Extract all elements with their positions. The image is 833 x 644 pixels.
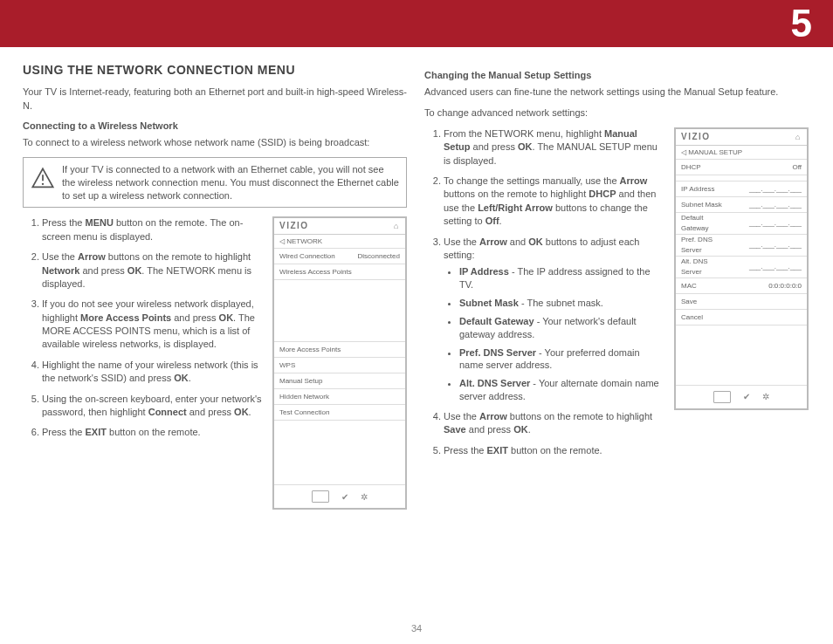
label: Wireless Access Points: [279, 264, 352, 279]
t: Use the: [444, 411, 479, 421]
shot2-row-adns: Alt. DNSServer___.___.___.___: [676, 257, 807, 278]
b: Save: [444, 424, 466, 435]
value: ___.___.___.___: [749, 262, 802, 272]
home-icon: ⌂: [795, 129, 802, 145]
t: and press: [471, 141, 518, 152]
note-text: If your TV is connected to a network wit…: [62, 164, 399, 201]
l2: Server: [681, 268, 702, 276]
l1: Default: [681, 214, 703, 222]
label: IP Address: [681, 182, 715, 196]
t: .: [528, 424, 531, 435]
header-band: 5: [0, 0, 833, 47]
shot2-row-ip: IP Address___.___.___.___: [676, 182, 807, 197]
label: More Access Points: [279, 342, 341, 357]
gear-icon: ✲: [361, 492, 368, 502]
label: Pref. DNSServer: [681, 235, 713, 256]
page-number: 34: [0, 623, 833, 634]
section-title: USING THE NETWORK CONNECTION MENU: [23, 63, 407, 77]
l1: Alt. DNS: [681, 257, 708, 265]
label: Subnet Mask: [681, 197, 722, 212]
shot1-row-hidden: Hidden Network: [274, 389, 405, 405]
wide-icon: [713, 391, 731, 403]
b: OK: [513, 424, 528, 435]
shot1-header: VIZIO ⌂: [274, 218, 405, 235]
t: buttons on the remote to highlight: [444, 188, 589, 199]
shot2-divider: [676, 175, 807, 182]
chevron-down-icon: ✔: [743, 392, 750, 401]
label: WPS: [279, 358, 295, 373]
label: Cancel: [681, 310, 703, 325]
b: Left/Right Arrow: [478, 202, 553, 213]
shot1-crumb-text: NETWORK: [286, 237, 322, 245]
t: buttons on the remote to highlight: [507, 411, 652, 421]
shot2-crumb: ◁ MANUAL SETUP: [676, 146, 807, 160]
warning-icon: [31, 167, 55, 191]
shot1-brand: VIZIO: [279, 218, 309, 234]
rstep-5: Press the EXIT button on the remote.: [444, 444, 809, 457]
shot1-row-wired: Wired ConnectionDisconnected: [274, 249, 405, 264]
label: DefaultGateway: [681, 213, 709, 234]
t: and press: [187, 407, 234, 417]
b: Subnet Mask: [459, 298, 519, 308]
label: Test Connection: [279, 405, 329, 420]
b: DHCP: [589, 188, 616, 199]
shot1-gap: [274, 280, 405, 342]
b: OK: [174, 373, 189, 383]
page-content: USING THE NETWORK CONNECTION MENU Your T…: [23, 63, 810, 620]
b: More Access Points: [80, 312, 171, 323]
l2: Gateway: [681, 224, 709, 232]
t: and press: [171, 312, 218, 323]
intro-text: Your TV is Internet-ready, featuring bot…: [23, 86, 407, 113]
subhead-connecting: Connecting to a Wireless Network: [23, 120, 407, 131]
wide-icon: [312, 490, 329, 503]
manual-setup-screenshot: VIZIO ⌂ ◁ MANUAL SETUP DHCPOff IP Addres…: [674, 127, 809, 410]
left-column: USING THE NETWORK CONNECTION MENU Your T…: [23, 63, 407, 515]
shot2-row-cancel: Cancel: [676, 310, 807, 325]
l2: Server: [681, 246, 702, 254]
sub1-text: To connect to a wireless network whose n…: [23, 136, 407, 150]
label: DHCP: [681, 160, 701, 175]
b: Arrow: [479, 411, 507, 421]
shot2-brand: VIZIO: [681, 129, 711, 145]
label: Manual Setup: [279, 373, 322, 388]
b: OK: [127, 265, 142, 276]
shot1-crumb: ◁ NETWORK: [274, 235, 405, 249]
label: Hidden Network: [279, 389, 329, 404]
b: Arrow: [620, 175, 648, 186]
shot2-row-save: Save: [676, 294, 807, 310]
t: .: [499, 216, 502, 226]
label: Wired Connection: [279, 249, 335, 264]
shot1-row-wap: Wireless Access Points: [274, 264, 405, 280]
label: Save: [681, 294, 697, 309]
b: Network: [42, 265, 79, 276]
shot1-row-wps: WPS: [274, 358, 405, 373]
b: Off: [485, 216, 499, 226]
b: EXIT: [86, 427, 107, 437]
value: 0:0:0:0:0:0: [768, 278, 802, 293]
value: Off: [792, 160, 802, 175]
b: OK: [518, 141, 533, 152]
note-box: If your TV is connected to a network wit…: [23, 157, 407, 209]
b: Arrow: [78, 251, 106, 262]
b: Connect: [148, 407, 187, 417]
b: Pref. DNS Server: [459, 347, 536, 358]
t: .: [189, 373, 191, 383]
value: ___.___.___.___: [749, 240, 802, 250]
rstep-4: Use the Arrow buttons on the remote to h…: [444, 410, 809, 437]
t: and press: [79, 265, 127, 276]
b: OK: [234, 407, 249, 417]
value: ___.___.___.___: [749, 182, 802, 196]
t: To change the settings manually, use the: [444, 175, 620, 186]
t: buttons on the remote to highlight: [106, 251, 251, 262]
b: Alt. DNS Server: [459, 378, 530, 388]
t: and press: [466, 424, 513, 435]
t: button on the remote.: [508, 445, 602, 456]
b: MENU: [86, 217, 114, 228]
l1: Pref. DNS: [681, 236, 713, 243]
t: - The subnet mask.: [519, 298, 603, 308]
subhead-manual: Changing the Manual Setup Settings: [424, 70, 809, 80]
b: Default Gateway: [459, 316, 534, 326]
shot1-footer: ✔ ✲: [274, 484, 405, 508]
t: Press the: [42, 427, 86, 437]
b: Arrow: [479, 236, 507, 247]
